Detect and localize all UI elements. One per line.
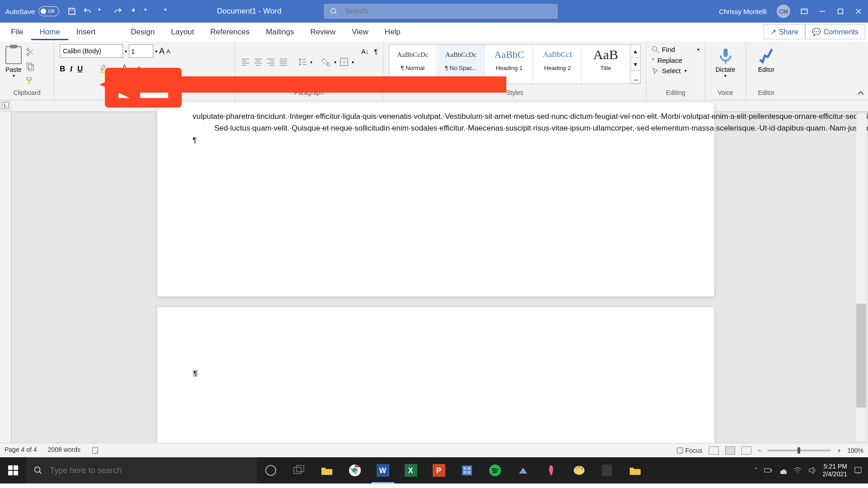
justify-icon[interactable] (278, 57, 288, 67)
taskbar-search[interactable] (26, 457, 257, 483)
align-left-icon[interactable] (241, 57, 250, 67)
borders-icon[interactable] (339, 57, 349, 67)
vertical-scrollbar[interactable] (856, 114, 866, 441)
spotify-icon[interactable] (481, 457, 509, 483)
battery-icon[interactable] (764, 466, 772, 474)
font-size-input[interactable] (129, 44, 153, 58)
align-center-icon[interactable] (253, 57, 263, 67)
save-icon[interactable] (67, 7, 76, 16)
qat-more-icon[interactable]: ▾ (144, 7, 153, 16)
italic-button[interactable]: I (70, 65, 73, 74)
zoom-slider[interactable] (768, 450, 831, 451)
taskbar-search-input[interactable] (50, 466, 250, 475)
word-icon[interactable]: W (369, 457, 397, 483)
ribbon-display-icon[interactable] (800, 7, 808, 15)
file-explorer-icon[interactable] (313, 457, 341, 483)
notifications-icon[interactable] (854, 466, 863, 475)
collapse-ribbon-icon[interactable] (857, 90, 864, 97)
onedrive-icon[interactable] (778, 467, 787, 474)
word-count[interactable]: 2008 words (48, 446, 80, 455)
select-button[interactable]: Select▾ (652, 66, 699, 76)
user-avatar[interactable]: CM (777, 5, 790, 18)
line-spacing-icon[interactable] (297, 57, 307, 67)
underline-button[interactable]: U (77, 65, 83, 74)
format-painter-icon[interactable] (25, 76, 35, 86)
scrollbar-thumb[interactable] (856, 304, 866, 408)
copy-icon[interactable] (25, 61, 35, 71)
user-name[interactable]: Chrissy Montelli (719, 8, 767, 15)
wifi-icon[interactable] (793, 467, 802, 474)
bold-button[interactable]: B (60, 65, 65, 74)
search-input[interactable] (345, 7, 552, 15)
undo-icon[interactable] (83, 7, 92, 16)
focus-mode-button[interactable]: Focus (676, 447, 703, 454)
tab-mailings[interactable]: Mailings (258, 24, 302, 40)
undo-more-icon[interactable]: ▾ (98, 7, 107, 16)
start-button[interactable] (0, 457, 26, 483)
autosave-toggle[interactable]: Off (38, 6, 59, 16)
font-size-dropdown-icon[interactable]: ▾ (155, 49, 157, 54)
borders-dropdown-icon[interactable]: ▾ (352, 60, 354, 65)
zoom-level[interactable]: 100% (847, 447, 863, 454)
taskbar-clock[interactable]: 5:21 PM 2/4/2021 (823, 463, 848, 478)
tab-view[interactable]: View (344, 24, 377, 40)
cortana-icon[interactable] (257, 457, 285, 483)
tab-design[interactable]: Design (104, 24, 163, 40)
style-title[interactable]: AaBTitle (582, 45, 630, 84)
tab-help[interactable]: Help (377, 24, 409, 40)
styles-scroll-down-icon[interactable]: ▾ (631, 58, 640, 71)
close-icon[interactable] (854, 7, 863, 15)
cut-icon[interactable] (25, 47, 35, 57)
paste-button[interactable]: Paste ▾ (5, 44, 22, 86)
find-button[interactable]: Find▾ (652, 44, 699, 55)
spellcheck-icon[interactable] (91, 446, 100, 455)
styles-expand-icon[interactable]: ⎯ (631, 70, 640, 84)
web-layout-icon[interactable] (741, 446, 751, 455)
app-icon-2[interactable] (537, 457, 565, 483)
page-5[interactable]: ¶ (157, 307, 714, 443)
editor-label[interactable]: Editor (751, 66, 781, 73)
styles-scroll-up-icon[interactable]: ▴ (631, 45, 640, 58)
calculator-icon[interactable] (453, 457, 481, 483)
read-mode-icon[interactable] (709, 446, 719, 455)
zoom-thumb[interactable] (797, 447, 800, 454)
share-button[interactable]: ↗Share (764, 24, 805, 39)
qat-customize-icon[interactable]: ▾ (164, 7, 173, 16)
page-4[interactable]: vulputate·pharetra·tincidunt.·Integer·ef… (157, 103, 714, 296)
tab-references[interactable]: References (202, 24, 258, 40)
tab-layout[interactable]: Layout (163, 24, 202, 40)
volume-icon[interactable] (808, 466, 816, 474)
touch-mode-icon[interactable] (129, 7, 138, 16)
page-count[interactable]: Page 4 of 4 (5, 446, 37, 455)
search-box[interactable] (323, 3, 558, 19)
tab-review[interactable]: Review (302, 24, 344, 40)
style-heading2[interactable]: AaBbCcIHeading 2 (534, 45, 581, 84)
excel-icon[interactable]: X (397, 457, 425, 483)
paint-icon[interactable] (565, 457, 593, 483)
shading-icon[interactable] (321, 57, 331, 67)
font-name-input[interactable] (60, 44, 123, 58)
tab-home[interactable]: Home (31, 24, 68, 40)
task-view-icon[interactable] (285, 457, 313, 483)
sort-icon[interactable]: A↓ (361, 48, 368, 55)
zoom-out-button[interactable]: − (758, 447, 761, 454)
tab-file[interactable]: File (3, 24, 31, 40)
app-icon-1[interactable] (509, 457, 537, 483)
comments-button[interactable]: 💬Comments (805, 24, 865, 39)
dictate-label[interactable]: Dictate (711, 66, 740, 73)
file-explorer-2-icon[interactable] (621, 457, 649, 483)
maximize-icon[interactable] (836, 7, 844, 15)
spacing-dropdown-icon[interactable]: ▾ (310, 60, 312, 65)
shrink-font-icon[interactable]: A (166, 48, 170, 55)
autosave-control[interactable]: AutoSave Off (5, 6, 59, 16)
dictate-icon[interactable] (717, 47, 734, 64)
show-marks-icon[interactable]: ¶ (374, 48, 377, 55)
tab-insert[interactable]: Insert (68, 24, 104, 40)
tray-expand-icon[interactable]: ˄ (755, 467, 758, 474)
powerpoint-icon[interactable]: P (425, 457, 453, 483)
replace-button[interactable]: ᵃReplace (652, 55, 699, 66)
chrome-icon[interactable] (341, 457, 369, 483)
editor-icon[interactable] (758, 47, 775, 64)
tab-selector[interactable]: L (2, 102, 9, 108)
minimize-icon[interactable] (818, 7, 826, 15)
